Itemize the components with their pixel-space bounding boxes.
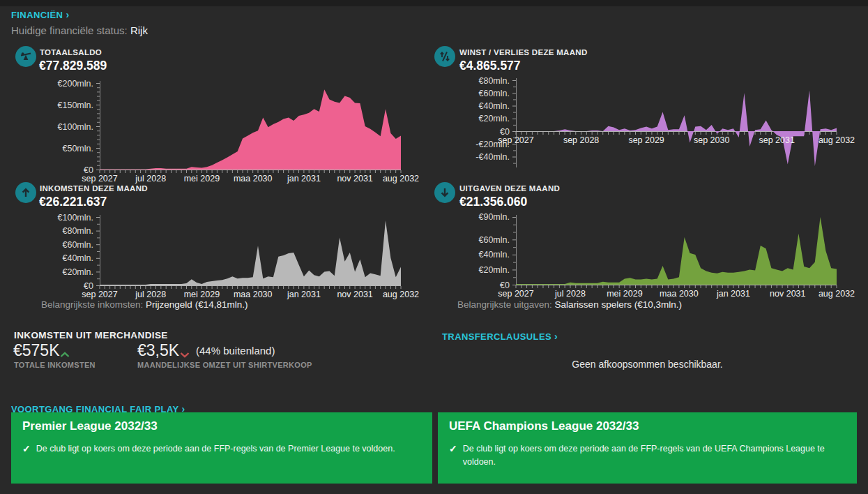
- svg-text:nov 2031: nov 2031: [337, 174, 372, 184]
- svg-text:sep 2029: sep 2029: [628, 135, 664, 145]
- svg-text:jul 2028: jul 2028: [554, 289, 586, 299]
- top-expense-caption: Belangrijkste uitgaven: Salarissen spele…: [457, 299, 682, 310]
- svg-text:sep 2027: sep 2027: [498, 135, 533, 145]
- ffp-panel-champions-league: UEFA Champions League 2032/33 ✓ De club …: [438, 412, 857, 484]
- svg-text:sep 2027: sep 2027: [82, 290, 117, 299]
- top-income-caption: Belangrijkste inkomsten: Prijzengeld (€1…: [41, 299, 248, 310]
- winst-verlies-label: WINST / VERLIES DEZE MAAND: [459, 48, 588, 57]
- totaalsaldo-chart: €200mln.€150mln.€100mln.€50mln.€0sep 202…: [38, 77, 425, 188]
- financial-status-label: Huidige financiële status:: [11, 24, 128, 36]
- financial-status-line: Huidige financiële status: Rijk: [11, 24, 148, 36]
- svg-text:€50mln.: €50mln.: [63, 144, 93, 154]
- svg-text:€40mln.: €40mln.: [63, 253, 93, 263]
- uitgaven-value: €21.356.060: [459, 195, 527, 209]
- chevron-right-icon: ›: [66, 9, 69, 20]
- svg-text:sep 2028: sep 2028: [563, 135, 599, 145]
- no-clauses-text: Geen afkoopsommen beschikbaar.: [438, 359, 857, 370]
- ffp-panel-text: De club ligt op koers om deze periode aa…: [36, 442, 395, 456]
- svg-text:jan 2031: jan 2031: [716, 289, 750, 299]
- merchandise-total-value: €575K: [13, 341, 60, 360]
- svg-text:aug 2032: aug 2032: [383, 174, 419, 184]
- svg-text:nov 2031: nov 2031: [337, 290, 372, 299]
- totaalsaldo-label: TOTAALSALDO: [40, 48, 102, 57]
- svg-text:-€40mln.: -€40mln.: [475, 152, 510, 162]
- svg-text:sep 2031: sep 2031: [759, 135, 794, 145]
- check-icon: ✓: [22, 442, 31, 455]
- svg-text:€150mln.: €150mln.: [58, 100, 93, 110]
- inkomsten-value: €26.221.637: [39, 195, 107, 209]
- ffp-panel-title: Premier League 2032/33: [11, 412, 432, 433]
- financien-header-link[interactable]: FINANCIËN›: [11, 9, 69, 20]
- svg-text:sep 2027: sep 2027: [82, 174, 117, 184]
- svg-text:aug 2032: aug 2032: [818, 289, 855, 299]
- svg-text:aug 2032: aug 2032: [383, 290, 419, 299]
- winst-verlies-chart: €80mln.€60mln.€40mln.€20mln.€0-€20mln.-€…: [453, 75, 861, 180]
- inkomsten-label: INKOMSTEN DEZE MAAND: [40, 184, 148, 193]
- top-income-caption-label: Belangrijkste inkomsten:: [41, 299, 143, 310]
- ffp-panel-title: UEFA Champions League 2032/33: [438, 412, 857, 433]
- financial-status-value: Rijk: [130, 24, 148, 36]
- svg-text:€60mln.: €60mln.: [479, 89, 510, 98]
- merchandise-title: INKOMSTEN UIT MERCHANDISE: [14, 330, 168, 340]
- svg-text:maa 2030: maa 2030: [660, 289, 699, 299]
- chevron-up-icon: [60, 348, 70, 361]
- merchandise-shirt-label: MAANDELIJKSE OMZET UIT SHIRTVERKOOP: [137, 361, 312, 369]
- svg-text:€90mln.: €90mln.: [479, 212, 510, 222]
- svg-text:€60mln.: €60mln.: [479, 235, 510, 245]
- fm-finances-screen: { "colors": { "background": "#292929", "…: [0, 0, 868, 494]
- profit-loss-icon: [434, 46, 455, 67]
- svg-text:maa 2030: maa 2030: [234, 174, 273, 184]
- svg-text:jan 2031: jan 2031: [287, 174, 321, 184]
- merchandise-shirt-value: €3,5K: [137, 341, 179, 360]
- svg-text:€80mln.: €80mln.: [63, 226, 93, 236]
- uitgaven-chart: €90mln.€60mln.€40mln.€20mln.€0sep 2027ju…: [453, 211, 861, 329]
- uitgaven-label: UITGAVEN DEZE MAAND: [459, 184, 560, 193]
- svg-text:mei 2029: mei 2029: [184, 290, 220, 299]
- winst-verlies-value: €4.865.577: [459, 59, 521, 73]
- svg-text:€200mln.: €200mln.: [58, 79, 93, 89]
- top-edge-strip: [0, 0, 868, 6]
- transferclausules-header-link[interactable]: TRANSFERCLAUSULES›: [442, 331, 558, 342]
- top-expense-caption-value: Salarissen spelers (€10,3mln.): [555, 299, 682, 310]
- arrow-down-icon: [434, 182, 455, 203]
- svg-text:€20mln.: €20mln.: [63, 267, 93, 277]
- financien-title: FINANCIËN: [11, 10, 63, 20]
- svg-text:mei 2029: mei 2029: [184, 174, 220, 184]
- top-income-caption-value: Prijzengeld (€14,81mln.): [146, 299, 248, 310]
- svg-text:aug 2032: aug 2032: [818, 135, 855, 145]
- ffp-panel-text: De club ligt op koers om deze periode aa…: [463, 442, 844, 470]
- svg-text:mei 2029: mei 2029: [607, 289, 642, 299]
- merchandise-foreign-note: (44% buitenland): [196, 345, 275, 357]
- svg-text:€100mln.: €100mln.: [58, 213, 93, 223]
- arrow-up-icon: [15, 182, 36, 203]
- chevron-right-icon: ›: [554, 331, 558, 342]
- svg-text:jul 2028: jul 2028: [135, 174, 166, 184]
- balance-icon: [15, 46, 36, 67]
- inkomsten-chart: €100mln.€80mln.€60mln.€40mln.€20mln.€0se…: [38, 211, 425, 329]
- svg-text:nov 2031: nov 2031: [770, 289, 805, 299]
- totaalsaldo-value: €77.829.589: [39, 59, 107, 73]
- svg-text:€80mln.: €80mln.: [479, 76, 510, 86]
- top-expense-caption-label: Belangrijkste uitgaven:: [457, 299, 552, 310]
- svg-text:€20mln.: €20mln.: [479, 265, 510, 275]
- svg-text:€60mln.: €60mln.: [63, 240, 93, 250]
- chevron-down-icon: [180, 348, 190, 361]
- svg-text:€20mln.: €20mln.: [479, 114, 510, 123]
- svg-text:sep 2027: sep 2027: [498, 289, 533, 299]
- svg-text:sep 2030: sep 2030: [694, 135, 729, 145]
- svg-text:jul 2028: jul 2028: [135, 290, 166, 299]
- check-icon: ✓: [449, 442, 457, 455]
- svg-text:€100mln.: €100mln.: [58, 122, 93, 132]
- svg-text:jan 2031: jan 2031: [287, 290, 321, 299]
- svg-text:maa 2030: maa 2030: [234, 290, 273, 299]
- transferclausules-title: TRANSFERCLAUSULES: [442, 331, 551, 342]
- ffp-panel-premier-league: Premier League 2032/33 ✓ De club ligt op…: [11, 412, 432, 484]
- svg-text:€40mln.: €40mln.: [479, 101, 510, 111]
- merchandise-total-label: TOTALE INKOMSTEN: [14, 361, 96, 369]
- svg-text:€40mln.: €40mln.: [479, 250, 510, 260]
